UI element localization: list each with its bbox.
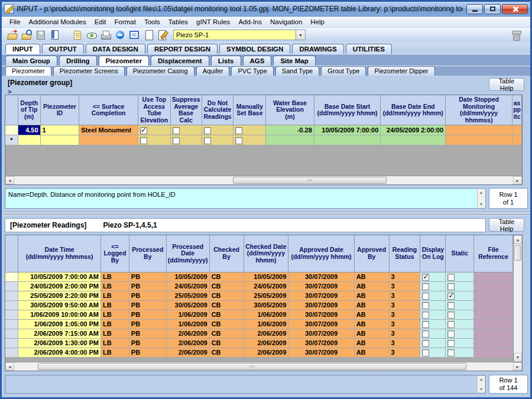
cell[interactable] [202,135,233,145]
tab-piezometer-dipper[interactable]: Piezometer Dipper [368,66,434,76]
cell[interactable]: 3 [389,310,420,319]
cell[interactable]: CB [209,291,244,300]
cell[interactable]: 30/07/2009 [288,338,354,348]
cell[interactable]: CB [209,338,244,348]
cell[interactable]: 2/06/2009 [244,348,288,357]
row-header[interactable] [5,310,18,319]
checkbox[interactable] [447,293,455,300]
row-header[interactable] [5,329,18,338]
cell[interactable]: 2/06/2009 4:00:00 PM [18,348,101,357]
cell[interactable]: PB [129,310,166,319]
cell[interactable] [474,348,513,357]
row-header[interactable]: * [5,135,18,145]
cell[interactable] [446,310,474,319]
trash-icon[interactable] [510,29,522,41]
cell[interactable]: 1/06/2009 10:00:00 AM [18,310,101,319]
cell[interactable]: 10/05/2009 7:00:00 [314,125,381,135]
checkbox[interactable] [422,274,429,281]
cell[interactable]: 24/05/2009 2:00:00 PM [18,281,101,291]
cell[interactable]: PB [129,329,166,338]
h-scrollbar-thumb[interactable] [233,177,387,184]
h-scrollbar-thumb[interactable] [38,363,466,370]
cell[interactable] [512,135,522,145]
checkbox[interactable] [140,127,147,134]
cell[interactable] [420,310,446,319]
cell[interactable]: 25/05/2009 2:20:00 PM [18,291,101,300]
cell[interactable]: AB [354,338,389,348]
cell[interactable] [474,272,513,281]
menu-item-additional-modules[interactable]: Additional Modules [25,17,90,27]
cell[interactable] [446,348,474,357]
cell[interactable]: 3 [389,319,420,329]
checkbox[interactable] [422,312,429,319]
checkbox[interactable] [173,127,180,134]
checkbox[interactable] [422,330,429,338]
table-help-button-group[interactable]: Table Help [489,78,524,91]
checkbox[interactable] [204,127,211,134]
open-project-icon[interactable] [7,29,18,41]
cell[interactable]: PB [129,348,166,357]
cell[interactable]: 1 [40,125,79,135]
cell[interactable]: LB [100,300,129,310]
cell[interactable]: PB [129,338,166,348]
cell[interactable]: 3 [389,348,420,357]
tab-grout-type[interactable]: Grout Type [321,66,366,76]
tab-sand-type[interactable]: Sand Type [275,66,319,76]
cell[interactable]: LB [100,272,129,281]
cell[interactable] [512,125,522,135]
row-header[interactable] [5,125,18,135]
cell[interactable]: LB [100,329,129,338]
cell[interactable] [138,135,170,145]
checkbox[interactable] [447,321,455,328]
cell[interactable]: 10/05/2009 [166,272,209,281]
cell[interactable]: 2/06/2009 [166,338,209,348]
edit-document-icon[interactable] [157,29,168,41]
tab-piezometer[interactable]: Piezometer [5,66,51,76]
pane-splitter[interactable] [2,212,530,216]
menu-item-help[interactable]: Help [306,17,329,27]
cell[interactable] [40,135,79,145]
save-icon[interactable] [35,29,47,41]
cell[interactable]: AB [354,300,389,310]
cell[interactable] [474,310,513,319]
cell[interactable]: AB [354,319,389,329]
cell[interactable]: 24/05/2009 [244,281,288,291]
cell[interactable]: 1/06/2009 [244,319,288,329]
checkbox[interactable] [447,312,455,319]
cell[interactable]: PB [129,300,166,310]
cell[interactable]: 1/06/2009 1:05:00 PM [18,319,101,329]
cell[interactable] [170,125,202,135]
menu-item-navigation[interactable]: Navigation [266,17,306,27]
cell[interactable]: 30/07/2009 [288,310,354,319]
cell[interactable]: 4.50 [18,125,40,135]
cell[interactable]: 2/06/2009 [244,338,288,348]
print-icon[interactable] [100,29,112,41]
chevron-down-icon[interactable]: ▼ [296,30,305,40]
description-scroll[interactable]: ▲▼ [477,376,485,392]
script-icon[interactable] [72,29,83,41]
cell[interactable]: 10/05/2009 [244,272,288,281]
cell[interactable] [420,291,446,300]
cell[interactable]: 25/05/2009 [244,291,288,300]
cell[interactable] [79,135,138,145]
menu-item-tables[interactable]: Tables [164,17,192,27]
menu-item-tools[interactable]: Tools [140,17,164,27]
cell[interactable]: CB [209,329,244,338]
tab-data-design[interactable]: DATA DESIGN [86,44,145,54]
cell[interactable] [474,291,513,300]
cell[interactable] [420,300,446,310]
v-scrollbar-readings[interactable]: ▲ ▼ [513,235,522,362]
cell[interactable]: 2/06/2009 [166,329,209,338]
cell[interactable]: 30/07/2009 [288,329,354,338]
cell[interactable]: 2/06/2009 7:15:00 AM [18,329,101,338]
cell[interactable] [446,300,474,310]
cell[interactable]: PB [129,291,166,300]
cell[interactable]: LB [100,291,129,300]
point-selector[interactable]: Piezo SP-1 ▼ [173,30,306,40]
tab-drawings[interactable]: DRAWINGS [292,44,343,54]
cell[interactable]: 3 [389,281,420,291]
cell[interactable] [233,135,266,145]
tab-piezometer-screens[interactable]: Piezometer Screens [53,66,125,76]
cell[interactable]: LB [100,319,129,329]
menu-item-add-ins[interactable]: Add-Ins [234,17,266,27]
